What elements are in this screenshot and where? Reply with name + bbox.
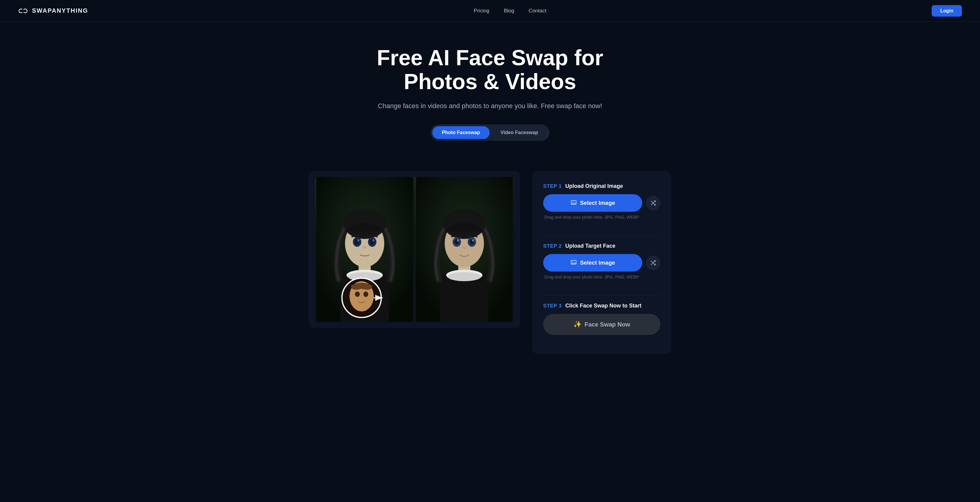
divider-2 [543, 295, 660, 295]
svg-point-17 [363, 291, 368, 297]
nav-links: Pricing Blog Contact [474, 8, 546, 14]
svg-point-12 [357, 239, 359, 241]
step-2-drag-hint: Drag and drop your photo here. JPG, PNG,… [544, 275, 660, 280]
step-1-header: STEP 1 Upload Original Image [543, 183, 660, 189]
nav-blog[interactable]: Blog [504, 8, 514, 14]
hero-section: Free AI Face Swap for Photos & Videos Ch… [0, 22, 980, 171]
step-1-description: Upload Original Image [565, 183, 623, 189]
result-image-preview [414, 177, 514, 322]
photo-faceswap-toggle[interactable]: Photo Faceswap [432, 126, 490, 139]
step-1-label: STEP 1 [543, 183, 562, 189]
svg-point-16 [355, 291, 360, 297]
upload-icon-1 [570, 200, 577, 206]
step-3-description: Click Face Swap Now to Start [565, 303, 641, 309]
mode-toggle: Photo Faceswap Video Faceswap [431, 124, 549, 141]
step-2-header: STEP 2 Upload Target Face [543, 243, 660, 249]
shuffle-btn-2[interactable] [646, 256, 660, 270]
demo-images [315, 177, 514, 322]
video-faceswap-toggle[interactable]: Video Faceswap [491, 126, 548, 139]
step-2-upload-row: Select Image [543, 254, 660, 272]
sparkle-icon: ✨ [573, 321, 582, 328]
face-swap-now-button[interactable]: ✨ Face Swap Now [543, 314, 660, 335]
hero-title: Free AI Face Swap for Photos & Videos [339, 46, 641, 94]
logo-icon [18, 8, 29, 14]
demo-panel [309, 171, 520, 328]
step-1-drag-hint: Drag and drop your photo here. JPG, PNG,… [544, 215, 660, 219]
svg-point-31 [472, 239, 474, 241]
main-content: STEP 1 Upload Original Image Select Imag… [278, 171, 702, 372]
step-2-description: Upload Target Face [565, 243, 616, 249]
step-3-header: STEP 3 Click Face Swap Now to Start [543, 303, 660, 309]
svg-point-35 [572, 262, 573, 262]
login-button[interactable]: Login [932, 5, 962, 17]
original-face-svg [315, 177, 414, 322]
svg-point-30 [457, 239, 459, 241]
upload-icon-2 [570, 259, 577, 266]
shuffle-icon-1 [650, 200, 656, 206]
shuffle-btn-1[interactable] [646, 196, 660, 210]
shuffle-icon-2 [650, 260, 656, 266]
svg-point-33 [572, 202, 573, 203]
result-face-svg [414, 177, 514, 322]
step-1-upload-row: Select Image [543, 194, 660, 212]
svg-point-13 [372, 239, 374, 241]
hero-subtitle: Change faces in videos and photos to any… [6, 102, 974, 110]
step-3-row: STEP 3 Click Face Swap Now to Start ✨ Fa… [543, 303, 660, 335]
logo[interactable]: SWAPANYTHING [18, 7, 88, 14]
logo-text: SWAPANYTHING [32, 7, 88, 14]
step-1-row: STEP 1 Upload Original Image Select Imag… [543, 183, 660, 226]
select-image-btn-1[interactable]: Select Image [543, 194, 642, 212]
step-3-label: STEP 3 [543, 303, 562, 309]
original-image-preview [315, 177, 414, 322]
nav-pricing[interactable]: Pricing [474, 8, 489, 14]
step-2-label: STEP 2 [543, 243, 562, 249]
navbar: SWAPANYTHING Pricing Blog Contact Login [0, 0, 980, 22]
svg-point-23 [448, 272, 481, 281]
step-2-row: STEP 2 Upload Target Face Select Image [543, 243, 660, 286]
steps-panel: STEP 1 Upload Original Image Select Imag… [532, 171, 671, 354]
select-image-btn-2[interactable]: Select Image [543, 254, 642, 272]
nav-contact[interactable]: Contact [529, 8, 546, 14]
